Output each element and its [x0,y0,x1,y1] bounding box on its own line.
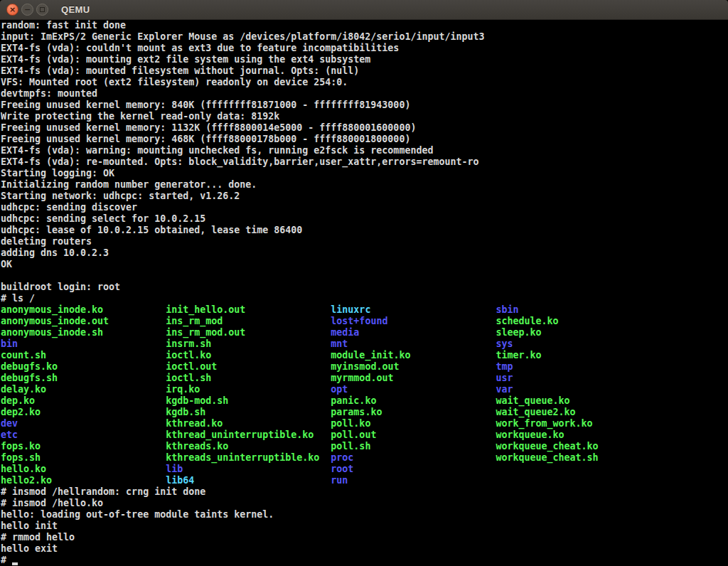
terminal-cursor [12,562,18,565]
window-title: QEMU [61,5,90,14]
terminal-line: EXT4-fs (vda): warning: mounting uncheck… [1,145,728,156]
terminal-line: dep.ko kgdb-mod.sh panic.ko wait_queue.k… [1,395,728,407]
terminal-line: devtmpfs: mounted [1,88,728,100]
minimize-button[interactable]: − [21,4,33,16]
terminal-line: dep2.ko kgdb.sh params.ko wait_queue2.ko [1,407,728,418]
terminal-line: Freeing unused kernel memory: 1132K (fff… [1,122,728,134]
terminal-line: # ls / [1,293,728,304]
terminal-line: EXT4-fs (vda): re-mounted. Opts: block_v… [1,156,728,168]
terminal-line: bin insrm.sh mnt sys [1,338,728,350]
terminal-line: # insmod /hello.ko [1,498,728,509]
qemu-window: × − QEMU random: fast init doneinput: Im… [0,0,728,566]
terminal-line: debugfs.sh ioctl.sh myrmmod.out usr [1,373,728,384]
terminal-line: dev kthread.ko poll.ko work_from_work.ko [1,418,728,429]
terminal-line: adding dns 10.0.2.3 [1,247,728,259]
terminal-line: EXT4-fs (vda): mounting ext2 file system… [1,54,728,65]
terminal-line: anonymous_inode.out ins_rm_mod lost+foun… [1,316,728,327]
terminal-line: delay.ko irq.ko opt var [1,384,728,395]
terminal-line: Initializing random number generator... … [1,179,728,191]
window-titlebar[interactable]: × − QEMU [0,0,728,20]
terminal-line: # rmmod hello [1,532,728,543]
terminal-line: anonymous_inode.ko init_hello.out linuxr… [1,304,728,316]
minimize-icon: − [24,6,31,14]
terminal-line: fops.sh kthreads_uninterruptible.ko proc… [1,452,728,464]
terminal-line: buildroot login: root [1,282,728,293]
terminal-line: udhcpc: sending select for 10.0.2.15 [1,213,728,225]
maximize-button[interactable] [36,4,48,16]
terminal-line: # [1,555,728,566]
terminal-line: # insmod /hellrandom: crng init done [1,486,728,498]
terminal-line: EXT4-fs (vda): mounted filesystem withou… [1,65,728,77]
terminal-line: hello.ko lib root [1,464,728,475]
terminal-screen[interactable]: random: fast init doneinput: ImExPS/2 Ge… [0,20,728,566]
terminal-line: input: ImExPS/2 Generic Explorer Mouse a… [1,31,728,43]
terminal-line: hello init [1,520,728,532]
terminal-line: Freeing unused kernel memory: 840K (ffff… [1,100,728,111]
close-button[interactable]: × [6,4,18,16]
terminal-line: count.sh ioctl.ko module_init.ko timer.k… [1,350,728,361]
terminal-line: Starting network: udhcpc: started, v1.26… [1,191,728,202]
terminal-line: anonymous_inode.sh ins_rm_mod.out media … [1,327,728,338]
terminal-line: debugfs.ko ioctl.out myinsmod.out tmp [1,361,728,373]
terminal-line: deleting routers [1,236,728,247]
terminal-line: Freeing unused kernel memory: 468K (ffff… [1,134,728,145]
terminal-line: hello2.ko lib64 run [1,475,728,486]
terminal-line: fops.ko kthreads.ko poll.sh workqueue_ch… [1,441,728,452]
terminal-line: hello exit [1,543,728,555]
terminal-line: etc kthread_uninterruptible.ko poll.out … [1,429,728,441]
terminal-line: random: fast init done [1,20,728,31]
maximize-icon [40,7,45,12]
terminal-line: udhcpc: sending discover [1,202,728,213]
terminal-line: udhcpc: lease of 10.0.2.15 obtained, lea… [1,225,728,236]
terminal-line: VFS: Mounted root (ext2 filesystem) read… [1,77,728,88]
terminal-line: Starting logging: OK [1,168,728,179]
terminal-line: OK [1,259,728,270]
terminal-line [1,270,728,282]
terminal-line: Write protecting the kernel read-only da… [1,111,728,122]
terminal-line: EXT4-fs (vda): couldn't mount as ext3 du… [1,43,728,54]
terminal-line: hello: loading out-of-tree module taints… [1,509,728,520]
close-icon: × [9,6,16,14]
